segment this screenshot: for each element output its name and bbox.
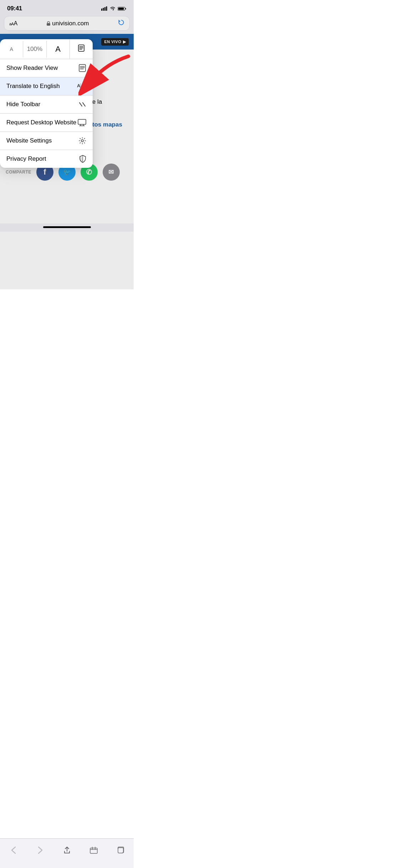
svg-text:あ: あ: [82, 84, 86, 89]
translate-icon: A あ: [77, 82, 86, 90]
svg-text:A: A: [77, 83, 81, 88]
shield-icon: [79, 155, 86, 163]
menu-item-translate[interactable]: Translate to English A あ: [0, 77, 93, 95]
large-font-icon: A: [55, 45, 61, 53]
request-desktop-label: Request Desktop Website: [6, 119, 76, 126]
svg-rect-21: [78, 119, 86, 124]
menu-item-request-desktop[interactable]: Request Desktop Website: [0, 114, 93, 132]
svg-rect-12: [79, 64, 86, 72]
menu-item-website-settings[interactable]: Website Settings: [0, 132, 93, 150]
reader-mode-button[interactable]: [70, 39, 93, 59]
reader-view-icon: [78, 64, 86, 72]
reader-icon: [77, 47, 85, 53]
font-percent-display: 100%: [23, 41, 46, 58]
svg-line-20: [83, 103, 85, 106]
reader-view-icon: [77, 44, 85, 52]
website-settings-label: Website Settings: [6, 137, 52, 144]
privacy-report-label: Privacy Report: [6, 155, 46, 162]
menu-item-privacy-report[interactable]: Privacy Report: [0, 150, 93, 168]
gear-icon: [78, 137, 86, 145]
font-percent-label: 100%: [27, 46, 42, 52]
menu-item-show-reader-view[interactable]: Show Reader View: [0, 59, 93, 77]
desktop-icon: [78, 119, 86, 126]
small-font-icon: A: [10, 46, 13, 52]
hide-toolbar-label: Hide Toolbar: [6, 101, 40, 108]
svg-point-25: [81, 140, 83, 142]
hide-toolbar-icon: [78, 100, 86, 108]
decrease-font-button[interactable]: A: [0, 41, 23, 57]
menu-item-hide-toolbar[interactable]: Hide Toolbar: [0, 95, 93, 114]
increase-font-button[interactable]: A: [47, 40, 70, 59]
show-reader-view-label: Show Reader View: [6, 64, 58, 72]
translate-label: Translate to English: [6, 83, 60, 90]
svg-line-19: [79, 103, 82, 106]
font-size-row: A 100% A: [0, 39, 93, 59]
browser-menu-dropdown: A 100% A Show Reader View: [0, 39, 93, 168]
